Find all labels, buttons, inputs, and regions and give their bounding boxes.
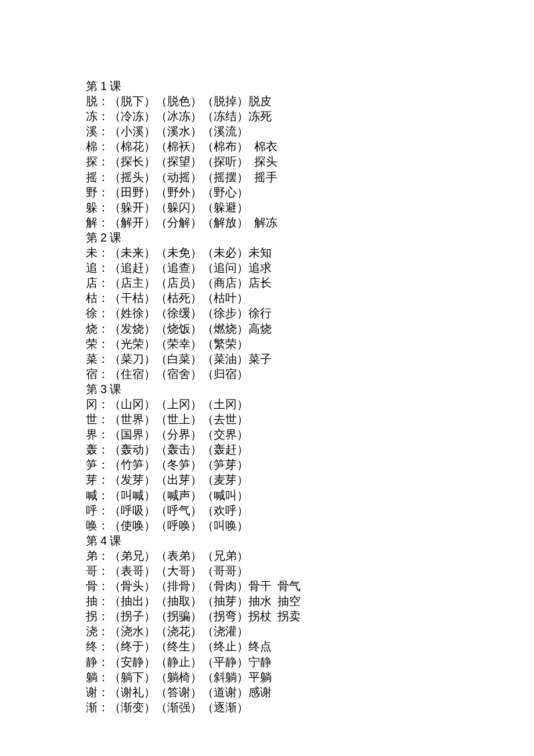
lesson-heading-pre: 第	[86, 534, 100, 547]
lesson-heading: 第 2 课	[86, 230, 534, 245]
document-page: 第 1 课 脱：（脱下）（脱色）（脱掉）脱皮 冻：（冷冻）（冰冻）（冻结）冻死 …	[0, 0, 534, 715]
vocab-line: 拐：（拐子）（拐骗）（拐弯）拐杖 拐卖	[86, 609, 534, 624]
vocab-line: 探：（探长）（探望）（探听） 探头	[86, 154, 534, 169]
vocab-line: 谢：（谢礼）（答谢）（道谢）感谢	[86, 685, 534, 700]
lesson-heading: 第 4 课	[86, 533, 534, 548]
lesson-heading: 第 3 课	[86, 381, 534, 397]
vocab-line: 唤：（使唤）（呼唤）（叫唤）	[86, 518, 534, 533]
lesson-heading-num: 3	[100, 383, 107, 395]
lesson-heading-pre: 第	[86, 231, 100, 244]
vocab-line: 店：（店主）（店员）（商店）店长	[86, 275, 534, 290]
vocab-line: 界：（国界）（分界）（交界）	[86, 427, 534, 442]
vocab-line: 浇：（浇水）（浇花）（浇灌）	[86, 624, 534, 639]
vocab-line: 躲：（躲开）（躲闪）（躲避）	[86, 200, 534, 215]
vocab-line: 弟：（弟兄）（表弟）（兄弟）	[86, 548, 534, 563]
lesson-heading-post: 课	[107, 383, 121, 395]
vocab-line: 终：（终于）（终生）（终止）终点	[86, 639, 534, 654]
lesson-heading-pre: 第	[86, 80, 100, 92]
vocab-line: 笋：（竹笋）（冬笋）（笋芽）	[86, 457, 534, 472]
vocab-line: 呼：（呼吸）（呼气）（欢呼）	[86, 503, 534, 518]
lesson-heading-num: 4	[100, 534, 107, 547]
vocab-line: 渐：（渐变）（渐强）（逐渐）	[86, 700, 534, 715]
lesson-heading-num: 1	[100, 80, 107, 92]
vocab-line: 荣：（光荣）（荣幸）（繁荣）	[86, 336, 534, 351]
lesson-heading-post: 课	[107, 534, 121, 547]
vocab-line: 溪：（小溪）（溪水）（溪流）	[86, 124, 534, 139]
vocab-line: 未：（未来）（未免）（未必）未知	[86, 245, 534, 260]
vocab-line: 躺：（躺下）（躺椅）（斜躺）平躺	[86, 669, 534, 685]
vocab-line: 宿：（住宿）（宿舍）（归宿）	[86, 366, 534, 381]
vocab-line: 骨：（骨头）（排骨）（骨肉）骨干 骨气	[86, 578, 534, 593]
lesson-heading-post: 课	[107, 231, 121, 244]
lesson-heading-pre: 第	[86, 383, 100, 395]
vocab-line: 野：（田野）（野外）（野心）	[86, 185, 534, 200]
vocab-line: 芽：（发芽）（出芽）（麦芽）	[86, 472, 534, 487]
vocab-line: 追：（追赶）（追查）（追问）追求	[86, 260, 534, 275]
vocab-line: 菜：（菜刀）（白菜）（菜油）菜子	[86, 351, 534, 366]
vocab-line: 静：（安静）（静止）（平静）宁静	[86, 654, 534, 669]
vocab-line: 哥：（表哥）（大哥）（哥哥）	[86, 563, 534, 578]
vocab-line: 喊：（叫喊）（喊声）（喊叫）	[86, 488, 534, 503]
vocab-line: 棉：（棉花）（棉袄）（棉布） 棉衣	[86, 139, 534, 154]
vocab-line: 冈：（山冈）（上冈）（土冈）	[86, 397, 534, 412]
vocab-line: 徐：（姓徐）（徐缓）（徐步）徐行	[86, 305, 534, 321]
vocab-line: 解：（解开）（分解）（解放） 解冻	[86, 215, 534, 230]
lesson-heading-num: 2	[100, 231, 107, 244]
vocab-line: 枯：（干枯）（枯死）（枯叶）	[86, 290, 534, 305]
vocab-line: 轰：（轰动）（轰击）（轰赶）	[86, 442, 534, 457]
vocab-line: 世：（世界）（世上）（去世）	[86, 412, 534, 427]
vocab-line: 冻：（冷冻）（冰冻）（冻结）冻死	[86, 109, 534, 124]
vocab-line: 烧：（发烧）（烧饭）（燃烧）高烧	[86, 321, 534, 336]
vocab-line: 摇：（摇头）（动摇）（摇摆） 摇手	[86, 170, 534, 185]
lesson-heading-post: 课	[107, 80, 121, 92]
vocab-line: 脱：（脱下）（脱色）（脱掉）脱皮	[86, 93, 534, 109]
lesson-heading: 第 1 课	[86, 78, 534, 93]
vocab-line: 抽：（抽出）（抽取）（抽芽）抽水 抽空	[86, 593, 534, 609]
